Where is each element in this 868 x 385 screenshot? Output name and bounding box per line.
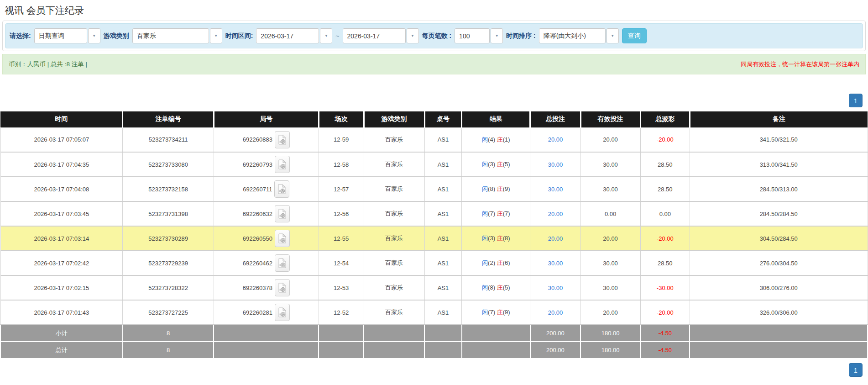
chevron-down-icon: ▼	[611, 34, 614, 38]
total-bet-link[interactable]: 20.00	[548, 136, 563, 143]
result-banker-score: (9)	[503, 185, 510, 192]
cell-time: 2026-03-17 07:02:42	[0, 251, 123, 275]
time-sort-select[interactable]: 降幂(由大到小) ▼	[539, 28, 619, 43]
game-type-value[interactable]: 百家乐	[132, 28, 209, 43]
result-player-label: 闲	[482, 259, 488, 266]
total-bet-link[interactable]: 30.00	[548, 186, 563, 193]
table-row: 2026-03-17 07:03:14 523273730289 6922605…	[0, 226, 868, 251]
date-to-select[interactable]: 2026-03-17 ▼	[343, 28, 419, 43]
valid-bet-notice-text: 同局有效投注，统一计算在该局第一张注单内	[741, 60, 859, 69]
cell-table-no: AS1	[424, 251, 462, 275]
date-to-dropdown-button[interactable]: ▼	[407, 28, 419, 43]
search-button[interactable]: 查询	[622, 28, 647, 43]
result-banker-label: 庄	[497, 210, 503, 217]
currency-total-text: 币别：人民币 | 总共 :8 注单 |	[9, 60, 87, 69]
page-size-dropdown-button[interactable]: ▼	[491, 28, 503, 43]
video-replay-button[interactable]	[275, 205, 290, 222]
cell-game-type: 百家乐	[364, 300, 424, 325]
summary-row: 小计 8 200.00 180.00 -4.50	[0, 325, 868, 342]
video-replay-button[interactable]	[275, 131, 290, 148]
cell-total-bet: 20.00	[530, 201, 580, 226]
game-type-select[interactable]: 百家乐 ▼	[132, 28, 222, 43]
date-to-value[interactable]: 2026-03-17	[343, 28, 406, 43]
cell-payout: 28.50	[640, 177, 690, 201]
total-bet-link[interactable]: 20.00	[548, 211, 563, 217]
time-sort-dropdown-button[interactable]: ▼	[607, 28, 619, 43]
result-player-label: 闲	[482, 235, 488, 242]
total-bet-link[interactable]: 20.00	[548, 309, 563, 316]
total-bet-link[interactable]: 30.00	[548, 285, 563, 291]
film-file-icon	[278, 258, 286, 268]
cell-payout: -20.00	[640, 300, 690, 325]
page-1-button[interactable]: 1	[849, 94, 863, 107]
total-bet-link[interactable]: 30.00	[548, 260, 563, 267]
page-1-button[interactable]: 1	[849, 363, 863, 377]
cell-table-no: AS1	[424, 177, 462, 201]
film-file-icon	[278, 209, 286, 219]
result-player-label: 闲	[482, 309, 488, 316]
game-type-dropdown-button[interactable]: ▼	[210, 28, 222, 43]
table-row: 2026-03-17 07:03:45 523273731398 6922606…	[0, 201, 868, 226]
result-banker-score: (1)	[503, 136, 510, 143]
column-header: 场次	[319, 111, 364, 127]
summary-row: 总计 8 200.00 180.00 -4.50	[0, 342, 868, 359]
cell-valid-bet: 0.00	[580, 201, 640, 226]
result-banker-score: (6)	[503, 259, 510, 266]
date-from-dropdown-button[interactable]: ▼	[320, 28, 332, 43]
date-from-select[interactable]: 2026-03-17 ▼	[256, 28, 332, 43]
select-type-label: 请选择:	[10, 32, 31, 40]
cell-game-type: 百家乐	[364, 152, 424, 177]
result-banker-score: (5)	[503, 161, 510, 168]
chevron-down-icon: ▼	[411, 34, 414, 38]
video-replay-button[interactable]	[275, 254, 290, 272]
query-type-select[interactable]: 日期查询 ▼	[34, 28, 100, 43]
date-from-value[interactable]: 2026-03-17	[256, 28, 319, 43]
video-replay-button[interactable]	[275, 156, 290, 173]
round-number: 692260793	[243, 161, 272, 168]
cell-total-bet: 20.00	[530, 300, 580, 325]
cell-session: 12-56	[319, 201, 364, 226]
filter-bar: 请选择: 日期查询 ▼ 游戏类别 百家乐 ▼ 时间区间: 2026-03-17 …	[5, 23, 863, 48]
page-size-value[interactable]: 100	[455, 28, 490, 43]
video-replay-button[interactable]	[274, 180, 289, 198]
video-replay-button[interactable]	[275, 304, 290, 321]
result-player-label: 闲	[482, 161, 488, 168]
summary-label: 总计	[0, 342, 123, 359]
film-file-icon	[278, 135, 286, 145]
cell-table-no: AS1	[424, 226, 462, 251]
result-banker-label: 庄	[497, 284, 503, 291]
cell-round-id: 692260378	[214, 275, 319, 300]
date-range-tilde: ~	[335, 32, 339, 40]
cell-remark: 304.50/284.50	[690, 226, 868, 251]
cell-total-bet: 30.00	[530, 177, 580, 201]
cell-valid-bet: 20.00	[580, 127, 640, 152]
chevron-down-icon: ▼	[324, 34, 328, 38]
round-number: 692260883	[243, 136, 272, 143]
page-size-select[interactable]: 100 ▼	[455, 28, 503, 43]
cell-remark: 326.00/306.00	[690, 300, 868, 325]
pagination-top: 1	[0, 94, 868, 107]
cell-session: 12-59	[319, 127, 364, 152]
video-replay-button[interactable]	[275, 230, 290, 247]
result-player-label: 闲	[482, 136, 488, 143]
film-file-icon	[278, 159, 286, 169]
result-banker-label: 庄	[497, 259, 503, 266]
result-banker-score: (7)	[503, 210, 510, 217]
cell-result: 闲(3) 庄(5)	[462, 152, 530, 177]
video-replay-button[interactable]	[275, 279, 290, 296]
result-player-label: 闲	[482, 185, 488, 192]
cell-session: 12-52	[319, 300, 364, 325]
cell-round-id: 692260711	[214, 177, 319, 201]
total-bet-link[interactable]: 20.00	[548, 235, 563, 242]
query-type-value[interactable]: 日期查询	[34, 28, 87, 43]
cell-session: 12-57	[319, 177, 364, 201]
film-file-icon	[278, 184, 286, 194]
query-type-dropdown-button[interactable]: ▼	[88, 28, 100, 43]
cell-game-type: 百家乐	[364, 201, 424, 226]
cell-session: 12-58	[319, 152, 364, 177]
cell-payout: -20.00	[640, 226, 690, 251]
summary-total-bet: 200.00	[530, 325, 580, 342]
time-sort-value[interactable]: 降幂(由大到小)	[539, 28, 606, 43]
cell-time: 2026-03-17 07:04:08	[0, 177, 123, 201]
total-bet-link[interactable]: 30.00	[548, 161, 563, 168]
